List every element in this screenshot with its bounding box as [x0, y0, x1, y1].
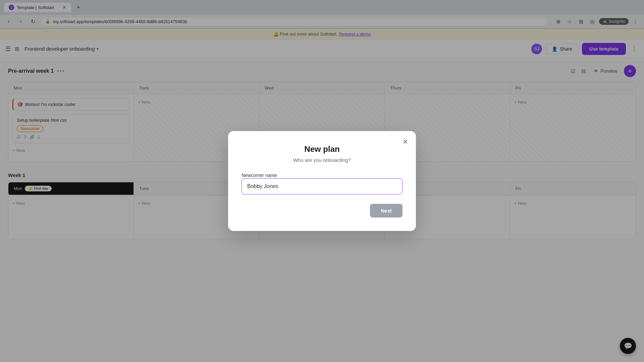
- newcomer-name-label: Newcomer name: [241, 173, 277, 178]
- modal-footer: Next: [241, 204, 402, 218]
- newcomer-name-input[interactable]: [241, 178, 402, 194]
- next-button[interactable]: Next: [370, 204, 402, 218]
- modal-close-button[interactable]: ✕: [400, 136, 411, 147]
- modal-title: New plan: [241, 144, 402, 154]
- modal: ✕ New plan Who are you onboarding? Newco…: [228, 131, 416, 231]
- modal-subtitle: Who are you onboarding?: [241, 157, 402, 163]
- modal-overlay: ✕ New plan Who are you onboarding? Newco…: [0, 0, 644, 360]
